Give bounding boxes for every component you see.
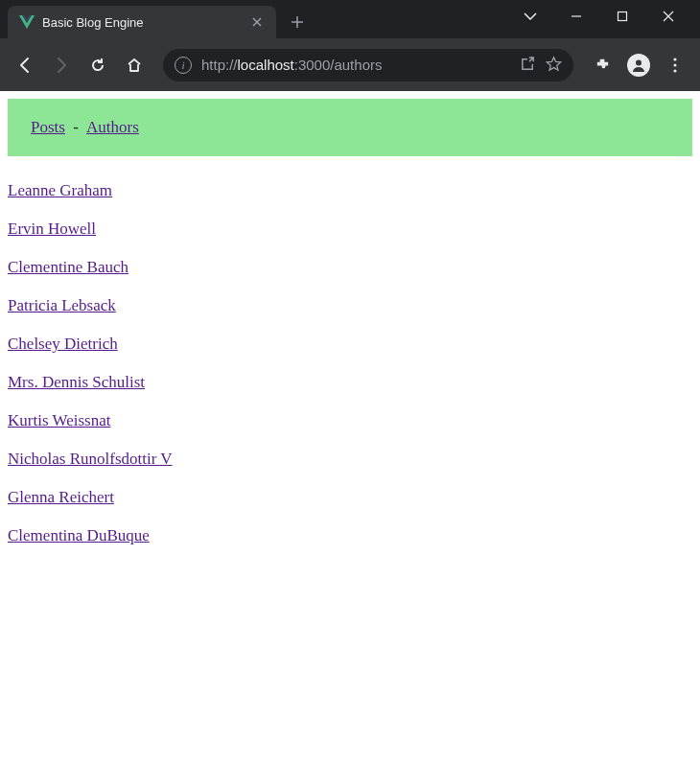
share-icon[interactable]: [520, 56, 536, 75]
list-item: Patricia Lebsack: [8, 296, 692, 315]
home-button[interactable]: [119, 50, 150, 81]
titlebar: Basic Blog Engine: [0, 0, 700, 38]
browser-tab[interactable]: Basic Blog Engine: [8, 6, 276, 38]
author-link[interactable]: Clementine Bauch: [8, 258, 128, 276]
svg-point-5: [673, 63, 676, 66]
svg-point-6: [673, 69, 676, 72]
profile-avatar[interactable]: [623, 50, 654, 81]
list-item: Chelsey Dietrich: [8, 335, 692, 354]
window-controls: [516, 2, 700, 31]
author-link[interactable]: Chelsey Dietrich: [8, 335, 118, 353]
vue-logo-icon: [19, 15, 35, 29]
extensions-icon[interactable]: [587, 50, 618, 81]
url-host: localhost: [238, 57, 294, 73]
url-text: http://localhost:3000/authors: [201, 57, 510, 73]
author-link[interactable]: Nicholas Runolfsdottir V: [8, 450, 173, 468]
minimize-window-button[interactable]: [562, 2, 591, 31]
nav-link-authors[interactable]: Authors: [86, 118, 139, 136]
address-bar[interactable]: i http://localhost:3000/authors: [163, 49, 573, 81]
browser-toolbar: i http://localhost:3000/authors: [0, 38, 700, 91]
author-link[interactable]: Ervin Howell: [8, 220, 96, 238]
bookmark-icon[interactable]: [546, 56, 562, 75]
svg-rect-2: [618, 12, 627, 21]
list-item: Clementina DuBuque: [8, 526, 692, 545]
author-link[interactable]: Kurtis Weissnat: [8, 411, 110, 429]
nav-link-posts[interactable]: Posts: [31, 118, 65, 136]
svg-point-4: [673, 58, 676, 60]
list-item: Glenna Reichert: [8, 488, 692, 507]
close-window-button[interactable]: [654, 2, 683, 31]
list-item: Kurtis Weissnat: [8, 411, 692, 430]
list-item: Leanne Graham: [8, 181, 692, 200]
back-button[interactable]: [10, 50, 40, 81]
author-link[interactable]: Clementina DuBuque: [8, 526, 150, 544]
author-link[interactable]: Patricia Lebsack: [8, 296, 116, 314]
reload-button[interactable]: [82, 50, 113, 81]
url-path: :3000/authors: [294, 57, 383, 73]
tab-title: Basic Blog Engine: [42, 15, 242, 30]
svg-point-3: [636, 59, 642, 65]
new-tab-button[interactable]: [284, 9, 311, 35]
maximize-window-button[interactable]: [608, 2, 637, 31]
close-tab-icon[interactable]: [249, 14, 265, 30]
url-scheme: http://: [201, 57, 238, 73]
author-link[interactable]: Mrs. Dennis Schulist: [8, 373, 145, 391]
author-link[interactable]: Leanne Graham: [8, 181, 112, 199]
site-info-icon[interactable]: i: [175, 57, 192, 74]
list-item: Nicholas Runolfsdottir V: [8, 450, 692, 469]
authors-list: Leanne Graham Ervin Howell Clementine Ba…: [8, 156, 692, 570]
list-item: Ervin Howell: [8, 220, 692, 239]
author-link[interactable]: Glenna Reichert: [8, 488, 114, 506]
chevron-down-icon[interactable]: [516, 2, 545, 31]
browser-chrome: Basic Blog Engine: [0, 0, 700, 91]
list-item: Clementine Bauch: [8, 258, 692, 277]
nav-separator: -: [69, 118, 82, 136]
page-content: Posts - Authors Leanne Graham Ervin Howe…: [0, 91, 700, 578]
toolbar-right: [587, 50, 690, 81]
site-nav: Posts - Authors: [8, 99, 692, 156]
forward-button[interactable]: [46, 50, 77, 81]
kebab-menu-icon[interactable]: [660, 50, 690, 81]
list-item: Mrs. Dennis Schulist: [8, 373, 692, 392]
